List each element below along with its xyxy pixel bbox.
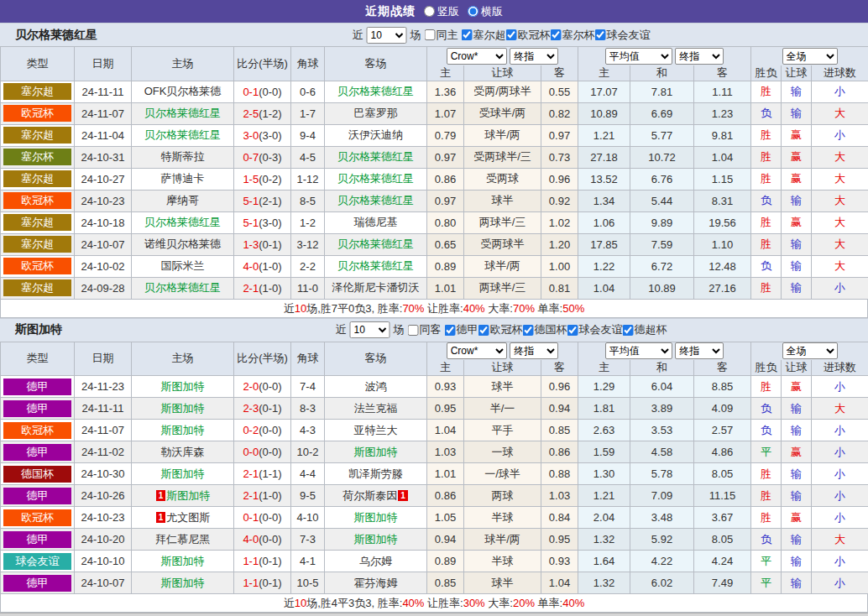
same-venue-checkbox[interactable]	[425, 29, 436, 40]
avg-away: 8.05	[694, 463, 751, 485]
fulltime-score: 2-0	[243, 380, 259, 393]
avg-home: 27.18	[578, 146, 630, 168]
avg-period-select[interactable]: 终指	[675, 342, 724, 359]
match-date: 24-10-18	[75, 211, 132, 233]
home-team-name: 斯图加特	[161, 380, 205, 393]
avg-home: 17.85	[578, 233, 630, 255]
league-checkbox[interactable]	[595, 29, 606, 40]
halftime-score: (0-0)	[259, 424, 281, 436]
recent-count-select[interactable]: 10	[367, 27, 407, 44]
avg-source-select[interactable]: 平均值	[605, 48, 672, 65]
result-handicap: 输	[782, 398, 812, 420]
competition-type: 欧冠杯	[1, 420, 75, 441]
halftime-score: (0-1)	[259, 402, 281, 415]
away-team: 巴塞罗那	[325, 102, 427, 124]
odds-company-select[interactable]: Crow*	[447, 48, 507, 65]
away-team: 贝尔格莱德红星	[325, 233, 427, 255]
odds-period-select[interactable]: 终指	[510, 342, 558, 359]
league-label: 球会友谊	[607, 28, 651, 43]
fulltime-score: 0-7	[243, 151, 259, 164]
home-team: 斯图加特	[132, 420, 234, 441]
avg-home: 1.32	[578, 529, 630, 551]
corner-count: 4-3	[291, 420, 325, 441]
odds-company-select[interactable]: Crow*	[447, 342, 507, 359]
result-winloss: 平	[751, 551, 782, 572]
team-name: 贝尔格莱德红星	[15, 28, 97, 43]
result-handicap: 输	[782, 102, 812, 124]
scope-select[interactable]: 全场	[782, 48, 838, 65]
league-checkbox[interactable]	[567, 325, 578, 336]
fulltime-score: 3-0	[243, 129, 259, 142]
matches-table: 类型 日期 主场 比分(半场) 角球 客场 Crow* 终指 平均值 终指 全场	[0, 342, 868, 595]
odds-handicap: 球半	[464, 190, 541, 211]
odds-away: 0.86	[541, 441, 578, 463]
result-goals: 大	[812, 233, 868, 255]
league-checkbox[interactable]	[523, 325, 534, 336]
halftime-score: (1-0)	[259, 260, 281, 273]
same-venue-checkbox[interactable]	[408, 325, 419, 336]
scope-select[interactable]: 全场	[782, 342, 838, 359]
match-date: 24-11-07	[75, 102, 132, 124]
avg-away: 11.15	[694, 485, 751, 507]
league-checkbox[interactable]	[445, 325, 456, 336]
avg-away: 8.05	[694, 529, 751, 551]
result-winloss: 负	[751, 255, 782, 277]
avg-source-select[interactable]: 平均值	[605, 342, 672, 359]
match-row: 德甲24-10-07斯图加特1-1(0-1)10-5霍芬海姆0.85球半1.04…	[1, 572, 868, 594]
result-handicap: 赢	[782, 507, 812, 529]
avg-home: 17.07	[578, 81, 630, 102]
odds-handicap: 受两/两球半	[464, 81, 541, 102]
avg-away: 2.57	[694, 420, 751, 441]
match-row: 球会友谊24-10-10斯图加特1-1(0-1)4-1乌尔姆0.89半球0.93…	[1, 551, 868, 572]
league-filter: 德超杯	[623, 322, 667, 337]
result-handicap: 赢	[782, 124, 812, 146]
away-team: 贝尔格莱德红星	[325, 146, 427, 168]
away-team-name: 泽伦斯尼卡潘切沃	[332, 281, 420, 294]
result-winloss: 胜	[751, 168, 782, 190]
league-checkbox[interactable]	[623, 325, 634, 336]
away-team-name: 贝尔格莱德红星	[337, 85, 414, 97]
league-checkbox[interactable]	[462, 29, 473, 40]
league-label: 塞尔超	[473, 28, 506, 43]
avg-away: 9.81	[694, 124, 751, 146]
col-result-winloss: 胜负	[751, 360, 782, 376]
match-score: 4-0(0-0)	[234, 529, 291, 551]
competition-type: 欧冠杯	[1, 190, 75, 211]
odds-period-select[interactable]: 终指	[510, 48, 558, 65]
horizontal-layout-radio[interactable]	[468, 6, 478, 17]
avg-home: 1.64	[578, 551, 630, 572]
page-title: 近期战绩	[365, 4, 416, 19]
record-summary: 近10场,胜4平3负3, 胜率:40% 让胜率:30% 大率:20% 单率:40…	[0, 594, 868, 613]
league-filter: 德甲	[445, 322, 478, 337]
away-team: 贝尔格莱德红星	[325, 190, 427, 211]
odds-home: 0.85	[427, 572, 464, 594]
match-row: 德甲24-11-23斯图加特2-0(0-0)7-4波鸿0.93球半0.961.2…	[1, 376, 868, 398]
odds-away: 0.82	[541, 102, 578, 124]
odds-home: 1.04	[427, 420, 464, 441]
corner-count: 10-5	[291, 572, 325, 594]
games-label: 场	[410, 28, 421, 43]
odds-handicap: 球半	[464, 376, 541, 398]
competition-type: 德甲	[1, 398, 75, 420]
home-team: 斯图加特	[132, 398, 234, 420]
league-checkbox[interactable]	[478, 325, 489, 336]
league-checkbox[interactable]	[551, 29, 562, 40]
recent-count-select[interactable]: 10	[350, 321, 390, 338]
match-score: 0-1(0-0)	[234, 81, 291, 102]
odds-away: 0.96	[541, 376, 578, 398]
avg-home: 1.21	[578, 124, 630, 146]
away-team: 斯图加特	[325, 529, 427, 551]
home-team-name: 尤文图斯	[166, 511, 210, 524]
col-result-goals: 进球数	[812, 360, 868, 376]
result-goals: 小	[812, 507, 868, 529]
home-team: OFK贝尔格莱德	[132, 81, 234, 102]
odds-handicap: 两球半/三	[464, 211, 541, 233]
avg-period-select[interactable]: 终指	[675, 48, 724, 65]
result-handicap: 赢	[782, 211, 812, 233]
league-checkbox[interactable]	[506, 29, 517, 40]
col-away: 客场	[325, 342, 427, 376]
avg-home: 1.32	[578, 572, 630, 594]
col-home: 主场	[132, 342, 234, 376]
vertical-layout-radio[interactable]	[424, 6, 435, 17]
result-winloss: 胜	[751, 485, 782, 507]
